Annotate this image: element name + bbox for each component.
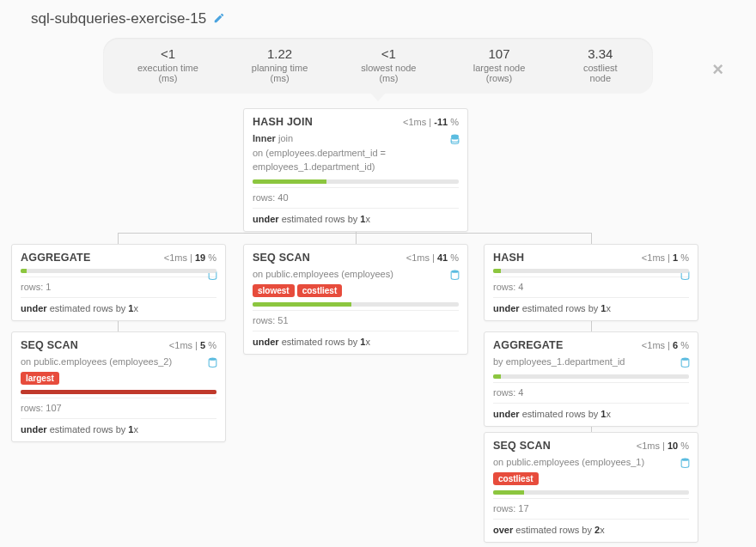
- estimate-line: under estimated rows by 1x: [21, 418, 216, 435]
- node-seq-scan-emp[interactable]: SEQ SCAN <1ms | 41 % on public.employees…: [243, 244, 468, 355]
- node-meta: <1ms | -11 %: [403, 117, 459, 127]
- rows-line: rows: 51: [253, 310, 459, 325]
- node-title: HASH JOIN: [253, 116, 313, 128]
- rows-line: rows: 4: [493, 382, 689, 398]
- tag-slowest: slowest: [253, 284, 295, 297]
- node-meta: <1ms | 19 %: [164, 252, 216, 263]
- estimate-line: over estimated rows by 2x: [493, 519, 689, 535]
- close-icon[interactable]: ×: [712, 58, 723, 81]
- estimate-line: under estimated rows by 1x: [493, 297, 689, 313]
- node-meta: <1ms | 6 %: [642, 340, 689, 350]
- database-icon: [207, 356, 218, 371]
- tag-costliest: costliest: [493, 472, 539, 485]
- stat-lbl: planning time (ms): [241, 63, 318, 83]
- progress-bar: [493, 269, 689, 273]
- estimate-line: under estimated rows by 1x: [253, 331, 459, 347]
- rows-line: rows: 1: [21, 277, 216, 292]
- database-icon: [449, 133, 460, 148]
- progress-bar: [493, 490, 689, 495]
- node-seq-scan-emp2[interactable]: SEQ SCAN <1ms | 5 % on public.employees …: [11, 331, 226, 442]
- node-seq-scan-emp1[interactable]: SEQ SCAN <1ms | 10 % on public.employees…: [484, 432, 698, 543]
- estimate-line: under estimated rows by 1x: [253, 208, 459, 224]
- svg-point-5: [681, 358, 689, 361]
- node-title: HASH: [493, 252, 524, 264]
- node-meta: <1ms | 10 %: [637, 441, 689, 451]
- progress-bar: [21, 390, 216, 394]
- stat-lbl: costliest node: [572, 63, 629, 83]
- stat-val: 107: [460, 46, 540, 61]
- node-title: SEQ SCAN: [21, 339, 78, 351]
- stats-bar: <1execution time (ms) 1.22planning time …: [103, 38, 653, 94]
- node-title: AGGREGATE: [493, 339, 563, 351]
- edit-icon[interactable]: [213, 12, 225, 27]
- page-title: sql-subqueries-exercise-15: [31, 10, 206, 27]
- stat-val: <1: [351, 46, 426, 61]
- stat-val: 3.34: [572, 46, 629, 61]
- tag-largest: largest: [21, 372, 59, 385]
- database-icon: [449, 269, 460, 283]
- svg-point-6: [681, 459, 689, 461]
- node-aggregate-2[interactable]: AGGREGATE <1ms | 6 % by employees_1.depa…: [484, 331, 698, 427]
- node-hash-join[interactable]: HASH JOIN <1ms | -11 % Inner joinon (emp…: [243, 108, 468, 232]
- node-detail: on public.employees (employees_2): [21, 355, 216, 369]
- rows-line: rows: 107: [21, 398, 216, 413]
- stat-val: 1.22: [241, 46, 318, 61]
- progress-bar: [253, 179, 459, 184]
- estimate-line: under estimated rows by 1x: [21, 297, 216, 313]
- svg-point-2: [209, 358, 216, 361]
- tag-costliest: costliest: [297, 284, 343, 297]
- node-title: SEQ SCAN: [493, 440, 551, 452]
- node-meta: <1ms | 41 %: [406, 252, 459, 263]
- database-icon: [680, 457, 691, 471]
- svg-point-3: [451, 270, 459, 273]
- pointer-icon: [370, 93, 386, 101]
- node-detail: Inner joinon (employees.department_id = …: [253, 131, 459, 174]
- progress-bar: [493, 374, 689, 379]
- node-detail: by employees_1.department_id: [493, 355, 689, 369]
- database-icon: [680, 356, 691, 371]
- stat-lbl: largest node (rows): [460, 63, 540, 83]
- progress-bar: [253, 302, 459, 307]
- node-title: SEQ SCAN: [253, 252, 310, 264]
- node-meta: <1ms | 5 %: [169, 340, 216, 350]
- rows-line: rows: 40: [253, 187, 459, 203]
- progress-bar: [21, 269, 216, 273]
- stat-lbl: execution time (ms): [127, 63, 209, 83]
- node-hash[interactable]: HASH <1ms | 1 % rows: 4 under estimated …: [484, 244, 698, 321]
- stat-val: <1: [127, 46, 209, 61]
- stat-lbl: slowest node (ms): [351, 63, 426, 83]
- node-detail: on public.employees (employees): [253, 267, 459, 282]
- rows-line: rows: 4: [493, 277, 689, 292]
- node-meta: <1ms | 1 %: [642, 252, 689, 263]
- node-title: AGGREGATE: [21, 252, 90, 264]
- node-aggregate-1[interactable]: AGGREGATE <1ms | 19 % rows: 1 under esti…: [11, 244, 226, 321]
- estimate-line: under estimated rows by 1x: [493, 403, 689, 419]
- rows-line: rows: 17: [493, 498, 689, 514]
- node-detail: on public.employees (employees_1): [493, 455, 689, 470]
